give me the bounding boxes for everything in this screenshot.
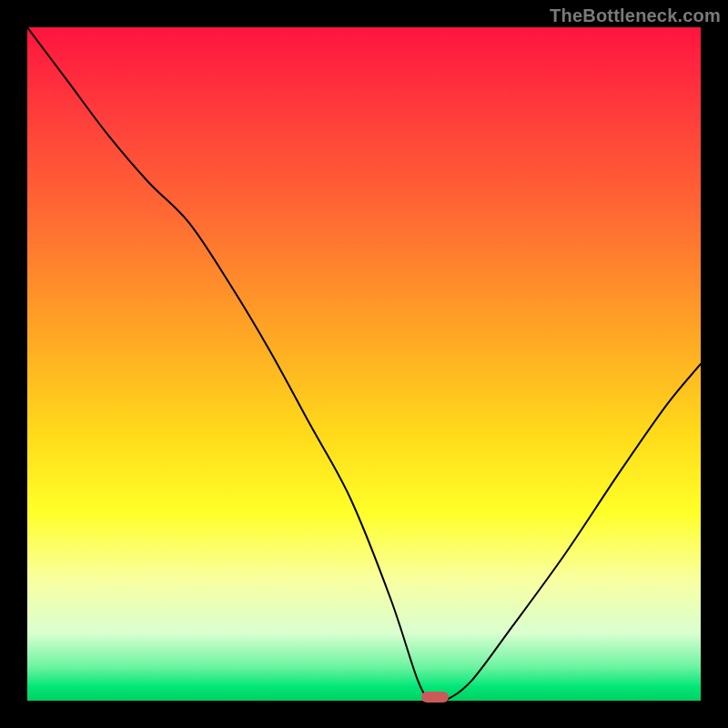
attribution-text: TheBottleneck.com	[550, 5, 721, 26]
bottleneck-curve	[27, 27, 701, 701]
optimum-marker	[421, 692, 449, 703]
plot-area	[27, 27, 701, 701]
chart-frame: TheBottleneck.com	[0, 0, 728, 728]
